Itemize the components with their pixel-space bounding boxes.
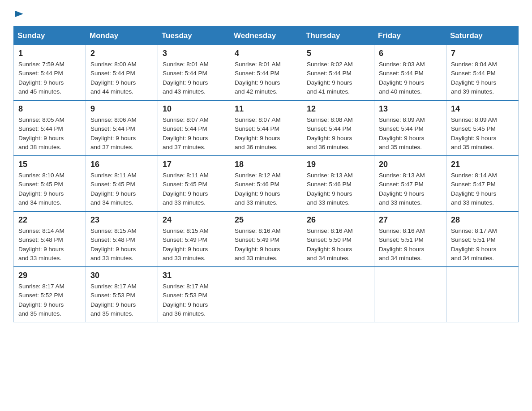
day-info: Sunrise: 8:07 AM Sunset: 5:44 PM Dayligh… — [163, 116, 225, 152]
calendar-cell: 5 Sunrise: 8:02 AM Sunset: 5:44 PM Dayli… — [302, 45, 374, 101]
day-info: Sunrise: 8:07 AM Sunset: 5:44 PM Dayligh… — [235, 116, 297, 152]
calendar-cell: 13 Sunrise: 8:09 AM Sunset: 5:44 PM Dayl… — [374, 100, 446, 156]
day-header-sunday: Sunday — [14, 26, 86, 45]
day-info: Sunrise: 8:01 AM Sunset: 5:44 PM Dayligh… — [235, 60, 297, 96]
calendar-cell: 25 Sunrise: 8:16 AM Sunset: 5:49 PM Dayl… — [230, 211, 302, 267]
calendar-cell: 31 Sunrise: 8:17 AM Sunset: 5:53 PM Dayl… — [158, 267, 230, 322]
day-header-friday: Friday — [374, 26, 446, 45]
day-info: Sunrise: 8:01 AM Sunset: 5:44 PM Dayligh… — [163, 60, 225, 96]
day-info: Sunrise: 8:15 AM Sunset: 5:48 PM Dayligh… — [90, 227, 153, 263]
calendar-cell: 28 Sunrise: 8:17 AM Sunset: 5:51 PM Dayl… — [446, 211, 519, 267]
calendar-cell: 15 Sunrise: 8:10 AM Sunset: 5:45 PM Dayl… — [14, 156, 86, 211]
day-info: Sunrise: 8:16 AM Sunset: 5:51 PM Dayligh… — [379, 227, 442, 263]
calendar-cell: 12 Sunrise: 8:08 AM Sunset: 5:44 PM Dayl… — [302, 100, 374, 156]
day-info: Sunrise: 8:06 AM Sunset: 5:44 PM Dayligh… — [90, 116, 153, 152]
day-info: Sunrise: 8:14 AM Sunset: 5:48 PM Dayligh… — [18, 227, 81, 263]
day-number: 7 — [451, 49, 514, 58]
day-info: Sunrise: 8:11 AM Sunset: 5:45 PM Dayligh… — [90, 171, 153, 207]
calendar-cell: 3 Sunrise: 8:01 AM Sunset: 5:44 PM Dayli… — [158, 45, 230, 101]
day-number: 31 — [163, 271, 225, 280]
day-info: Sunrise: 8:00 AM Sunset: 5:44 PM Dayligh… — [90, 60, 153, 96]
day-header-wednesday: Wednesday — [230, 26, 302, 45]
day-number: 29 — [18, 271, 81, 280]
calendar-week-row: 1 Sunrise: 7:59 AM Sunset: 5:44 PM Dayli… — [14, 45, 519, 101]
calendar-cell: 27 Sunrise: 8:16 AM Sunset: 5:51 PM Dayl… — [374, 211, 446, 267]
calendar-cell: 29 Sunrise: 8:17 AM Sunset: 5:52 PM Dayl… — [14, 267, 86, 322]
day-info: Sunrise: 8:12 AM Sunset: 5:46 PM Dayligh… — [235, 171, 297, 207]
day-number: 20 — [379, 160, 442, 169]
day-number: 1 — [18, 49, 81, 58]
day-info: Sunrise: 8:17 AM Sunset: 5:51 PM Dayligh… — [451, 227, 514, 263]
calendar-week-row: 22 Sunrise: 8:14 AM Sunset: 5:48 PM Dayl… — [14, 211, 519, 267]
day-number: 14 — [451, 104, 514, 114]
day-number: 24 — [163, 215, 225, 225]
day-info: Sunrise: 8:16 AM Sunset: 5:49 PM Dayligh… — [235, 227, 297, 263]
calendar-cell — [230, 267, 302, 322]
day-header-tuesday: Tuesday — [158, 26, 230, 45]
day-number: 2 — [90, 49, 153, 58]
day-number: 25 — [235, 215, 297, 225]
calendar-cell: 8 Sunrise: 8:05 AM Sunset: 5:44 PM Dayli… — [14, 100, 86, 156]
day-number: 4 — [235, 49, 297, 58]
header — [13, 9, 519, 19]
day-number: 15 — [18, 160, 81, 169]
calendar-cell: 2 Sunrise: 8:00 AM Sunset: 5:44 PM Dayli… — [86, 45, 158, 101]
day-number: 19 — [307, 160, 369, 169]
day-info: Sunrise: 8:16 AM Sunset: 5:50 PM Dayligh… — [307, 227, 369, 263]
calendar-cell: 9 Sunrise: 8:06 AM Sunset: 5:44 PM Dayli… — [86, 100, 158, 156]
day-number: 10 — [163, 104, 225, 114]
day-info: Sunrise: 8:09 AM Sunset: 5:44 PM Dayligh… — [379, 116, 442, 152]
day-number: 16 — [90, 160, 153, 169]
calendar-cell: 26 Sunrise: 8:16 AM Sunset: 5:50 PM Dayl… — [302, 211, 374, 267]
day-number: 18 — [235, 160, 297, 169]
day-number: 27 — [379, 215, 442, 225]
calendar-header-row: SundayMondayTuesdayWednesdayThursdayFrid… — [14, 26, 519, 45]
calendar-cell — [374, 267, 446, 322]
calendar-cell: 4 Sunrise: 8:01 AM Sunset: 5:44 PM Dayli… — [230, 45, 302, 101]
calendar-cell: 14 Sunrise: 8:09 AM Sunset: 5:45 PM Dayl… — [446, 100, 519, 156]
day-number: 30 — [90, 271, 153, 280]
calendar-cell: 20 Sunrise: 8:13 AM Sunset: 5:47 PM Dayl… — [374, 156, 446, 211]
calendar-cell: 11 Sunrise: 8:07 AM Sunset: 5:44 PM Dayl… — [230, 100, 302, 156]
calendar-cell: 6 Sunrise: 8:03 AM Sunset: 5:44 PM Dayli… — [374, 45, 446, 101]
calendar-cell: 19 Sunrise: 8:13 AM Sunset: 5:46 PM Dayl… — [302, 156, 374, 211]
day-number: 6 — [379, 49, 442, 58]
day-info: Sunrise: 8:17 AM Sunset: 5:53 PM Dayligh… — [90, 282, 153, 318]
calendar-cell: 17 Sunrise: 8:11 AM Sunset: 5:45 PM Dayl… — [158, 156, 230, 211]
day-info: Sunrise: 8:11 AM Sunset: 5:45 PM Dayligh… — [163, 171, 225, 207]
day-number: 22 — [18, 215, 81, 225]
day-number: 21 — [451, 160, 514, 169]
calendar-cell: 16 Sunrise: 8:11 AM Sunset: 5:45 PM Dayl… — [86, 156, 158, 211]
calendar-cell — [446, 267, 519, 322]
day-number: 8 — [18, 104, 81, 114]
day-header-monday: Monday — [86, 26, 158, 45]
day-info: Sunrise: 7:59 AM Sunset: 5:44 PM Dayligh… — [18, 60, 81, 96]
day-number: 28 — [451, 215, 514, 225]
calendar-cell: 30 Sunrise: 8:17 AM Sunset: 5:53 PM Dayl… — [86, 267, 158, 322]
day-info: Sunrise: 8:05 AM Sunset: 5:44 PM Dayligh… — [18, 116, 81, 152]
calendar-cell: 7 Sunrise: 8:04 AM Sunset: 5:44 PM Dayli… — [446, 45, 519, 101]
logo-triangle-icon — [14, 9, 24, 19]
calendar-week-row: 8 Sunrise: 8:05 AM Sunset: 5:44 PM Dayli… — [14, 100, 519, 156]
calendar-cell: 23 Sunrise: 8:15 AM Sunset: 5:48 PM Dayl… — [86, 211, 158, 267]
day-info: Sunrise: 8:17 AM Sunset: 5:53 PM Dayligh… — [163, 282, 225, 318]
day-info: Sunrise: 8:08 AM Sunset: 5:44 PM Dayligh… — [307, 116, 369, 152]
calendar-cell: 24 Sunrise: 8:15 AM Sunset: 5:49 PM Dayl… — [158, 211, 230, 267]
calendar-cell: 22 Sunrise: 8:14 AM Sunset: 5:48 PM Dayl… — [14, 211, 86, 267]
day-info: Sunrise: 8:10 AM Sunset: 5:45 PM Dayligh… — [18, 171, 81, 207]
calendar-week-row: 15 Sunrise: 8:10 AM Sunset: 5:45 PM Dayl… — [14, 156, 519, 211]
calendar-cell: 10 Sunrise: 8:07 AM Sunset: 5:44 PM Dayl… — [158, 100, 230, 156]
svg-marker-0 — [15, 11, 23, 17]
day-info: Sunrise: 8:04 AM Sunset: 5:44 PM Dayligh… — [451, 60, 514, 96]
day-number: 13 — [379, 104, 442, 114]
day-number: 23 — [90, 215, 153, 225]
day-header-thursday: Thursday — [302, 26, 374, 45]
day-number: 9 — [90, 104, 153, 114]
day-info: Sunrise: 8:13 AM Sunset: 5:46 PM Dayligh… — [307, 171, 369, 207]
calendar-week-row: 29 Sunrise: 8:17 AM Sunset: 5:52 PM Dayl… — [14, 267, 519, 322]
day-number: 5 — [307, 49, 369, 58]
day-number: 26 — [307, 215, 369, 225]
day-number: 11 — [235, 104, 297, 114]
day-info: Sunrise: 8:02 AM Sunset: 5:44 PM Dayligh… — [307, 60, 369, 96]
calendar-cell — [302, 267, 374, 322]
